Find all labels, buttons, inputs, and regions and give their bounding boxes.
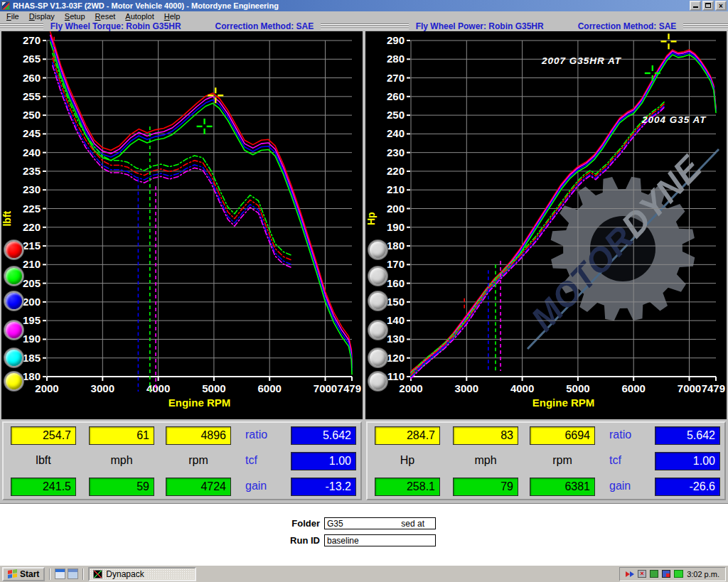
restore-button[interactable] (702, 1, 714, 11)
x-tick-label: 7000 (314, 382, 337, 394)
run-annotation: 2007 G35HR AT (541, 55, 622, 66)
y-tick-label: 140 (387, 314, 405, 326)
series-2007-g35hr-at (50, 42, 352, 374)
y-tick-label: 260 (23, 72, 41, 84)
application-window: RHAS-SP V1.3-03F (2WD - Motor Vehicle 40… (0, 0, 728, 582)
trace-button-3-torque[interactable] (4, 291, 23, 311)
y-tick-label: 270 (23, 34, 41, 46)
trace-button-4-torque[interactable] (4, 320, 23, 340)
taskbar-clock: 3:02 p.m. (687, 570, 719, 578)
trace-button-1-power[interactable] (368, 240, 387, 259)
y-tick-label: 220 (387, 165, 405, 177)
menu-item-setup[interactable]: Setup (60, 11, 90, 21)
trace-button-6-torque[interactable] (4, 372, 23, 391)
trace-button-4-power[interactable] (368, 320, 387, 340)
menu-item-display[interactable]: Display (24, 11, 60, 21)
y-tick-label: 200 (23, 296, 41, 308)
power-cursor-value: 284.7 (375, 426, 440, 445)
trace-button-5-power[interactable] (368, 348, 387, 367)
gain-value: -26.6 (655, 478, 720, 496)
torque-run2-rpm: 4724 (166, 478, 231, 496)
run-annotation: 2004 G35 AT (641, 114, 707, 125)
quicklaunch-icon-1[interactable] (55, 568, 65, 579)
tray-arrows-icon[interactable] (626, 571, 634, 577)
rpm-unit-label: rpm (530, 452, 595, 467)
task-button-dynapack[interactable]: Dynapack (88, 567, 196, 581)
runid-label: Run ID (274, 535, 320, 546)
ratio-label: ratio (609, 426, 651, 441)
torque-chart-canvas[interactable]: 2000300040005000600070007479180185190195… (1, 31, 363, 419)
minimize-button[interactable] (690, 1, 701, 11)
folder-input[interactable]: G35 sed at (324, 517, 436, 529)
groove-line (364, 23, 409, 29)
tray-display-error-icon[interactable]: × (638, 570, 646, 578)
taskbar-divider (82, 568, 84, 580)
torque-run2-value: 241.5 (11, 478, 76, 496)
y-tick-label: 190 (23, 333, 41, 345)
chart-header-strip: Fly Wheel Torque: Robin G35HR Correction… (0, 21, 728, 31)
trace-button-2-torque[interactable] (4, 266, 23, 286)
y-tick-label: 215 (23, 239, 41, 252)
close-button[interactable]: × (715, 1, 727, 11)
y-tick-label: 210 (23, 258, 41, 270)
gridlines (411, 41, 716, 377)
y-tick-label: 160 (387, 277, 405, 289)
torque-cursor-rpm: 4896 (166, 426, 231, 445)
menu-item-file[interactable]: File (1, 11, 24, 21)
rpm-unit-label: rpm (166, 452, 231, 467)
y-tick-label: 260 (387, 90, 405, 102)
tcf-label: tcf (609, 452, 651, 467)
trace-button-1-torque[interactable] (4, 240, 23, 259)
mph-unit-label: mph (453, 452, 518, 467)
ratio-label: ratio (245, 426, 287, 441)
torque-unit-label: lbft (11, 452, 76, 467)
x-tick-label: 5000 (566, 382, 589, 394)
x-axis-title: Engine RPM (168, 397, 231, 409)
y-tick-label: 250 (23, 109, 41, 121)
cursor-marker (197, 119, 213, 134)
task-button-label: Dynapack (106, 569, 144, 579)
trace-button-2-power[interactable] (368, 266, 387, 286)
power-run2-mph: 79 (453, 478, 518, 496)
menu-item-help[interactable]: Help (159, 11, 186, 21)
y-tick-label: 290 (387, 34, 405, 46)
tray-network-icon[interactable] (662, 570, 670, 578)
power-chart-canvas[interactable]: MOTORDYNE2000300040005000600070007479110… (365, 31, 727, 419)
quicklaunch-icon-2[interactable] (68, 568, 78, 579)
torque-correction-method: Correction Method: SAE (215, 21, 314, 31)
torque-cursor-mph: 61 (89, 426, 154, 445)
power-cursor-mph: 83 (453, 426, 518, 445)
menu-item-reset[interactable]: Reset (90, 11, 121, 21)
start-button[interactable]: Start (2, 567, 45, 581)
trace-button-3-power[interactable] (368, 291, 387, 311)
x-tick-label: 7000 (678, 382, 701, 394)
trace-button-5-torque[interactable] (4, 348, 23, 367)
window-title: RHAS-SP V1.3-03F (2WD - Motor Vehicle 40… (13, 1, 690, 10)
runid-value: baseline (327, 536, 359, 546)
folder-value-right: sed at (401, 519, 433, 529)
x-tick-label: 7479 (702, 382, 725, 394)
y-tick-label: 200 (387, 203, 405, 215)
axes: 2000300040005000600070007479180185190195… (1, 34, 361, 409)
gain-label: gain (609, 478, 651, 492)
y-tick-label: 170 (387, 258, 405, 270)
power-run2-value: 258.1 (375, 478, 440, 496)
runid-input[interactable]: baseline (324, 534, 436, 546)
menu-item-autoplot[interactable]: Autoplot (120, 11, 159, 21)
torque-chart-panel: 2000300040005000600070007479180185190195… (1, 31, 363, 419)
gain-value: -13.2 (291, 478, 356, 496)
x-tick-label: 7479 (338, 382, 361, 394)
power-correction-method: Correction Method: SAE (578, 21, 677, 31)
power-unit-label: Hp (375, 452, 440, 467)
series-2004-g35-at (53, 63, 291, 264)
y-tick-label: 205 (23, 277, 41, 289)
tray-green-icon[interactable] (650, 570, 658, 578)
trace-button-6-power[interactable] (368, 372, 387, 391)
tray-volume-icon[interactable] (674, 570, 683, 578)
minimize-icon (693, 6, 698, 8)
series-2004-g35-at (53, 58, 291, 260)
series-2007-g35hr-at (50, 32, 352, 365)
charts-area: 2000300040005000600070007479180185190195… (0, 31, 728, 419)
y-tick-label: 220 (23, 221, 41, 233)
taskbar: Start Dynapack × 3:02 p.m. (0, 565, 728, 582)
